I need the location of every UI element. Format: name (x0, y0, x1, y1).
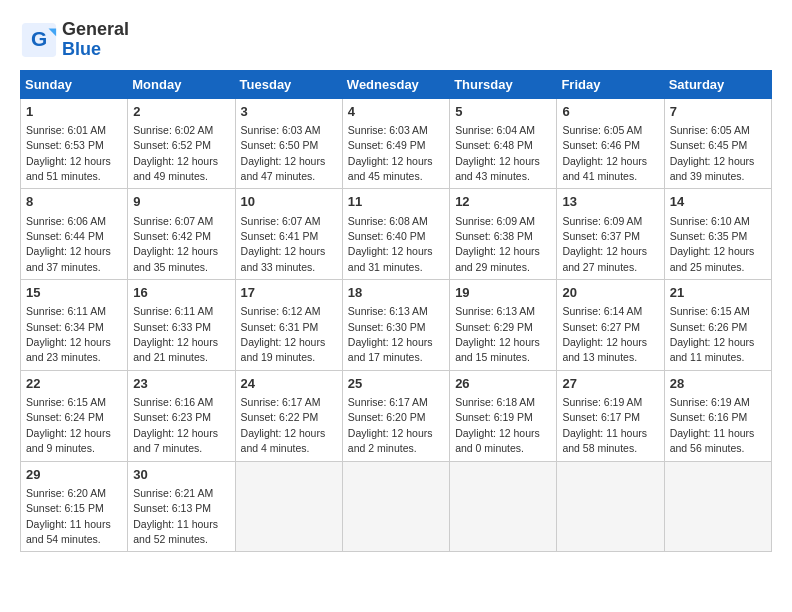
day-info: Sunrise: 6:07 AMSunset: 6:42 PMDaylight:… (133, 215, 218, 273)
calendar-day-cell: 23 Sunrise: 6:16 AMSunset: 6:23 PMDaylig… (128, 370, 235, 461)
calendar-week-row: 15 Sunrise: 6:11 AMSunset: 6:34 PMDaylig… (21, 280, 772, 371)
weekday-header-thursday: Thursday (450, 70, 557, 98)
calendar-day-cell (450, 461, 557, 552)
day-info: Sunrise: 6:06 AMSunset: 6:44 PMDaylight:… (26, 215, 111, 273)
weekday-header-sunday: Sunday (21, 70, 128, 98)
calendar-day-cell: 11 Sunrise: 6:08 AMSunset: 6:40 PMDaylig… (342, 189, 449, 280)
day-number: 16 (133, 284, 229, 302)
calendar-table: SundayMondayTuesdayWednesdayThursdayFrid… (20, 70, 772, 553)
weekday-header-tuesday: Tuesday (235, 70, 342, 98)
page-header: G General Blue (20, 20, 772, 60)
day-number: 4 (348, 103, 444, 121)
day-number: 24 (241, 375, 337, 393)
day-info: Sunrise: 6:15 AMSunset: 6:24 PMDaylight:… (26, 396, 111, 454)
day-info: Sunrise: 6:10 AMSunset: 6:35 PMDaylight:… (670, 215, 755, 273)
calendar-day-cell: 10 Sunrise: 6:07 AMSunset: 6:41 PMDaylig… (235, 189, 342, 280)
calendar-day-cell: 26 Sunrise: 6:18 AMSunset: 6:19 PMDaylig… (450, 370, 557, 461)
weekday-header-monday: Monday (128, 70, 235, 98)
day-info: Sunrise: 6:15 AMSunset: 6:26 PMDaylight:… (670, 305, 755, 363)
calendar-day-cell: 18 Sunrise: 6:13 AMSunset: 6:30 PMDaylig… (342, 280, 449, 371)
day-number: 18 (348, 284, 444, 302)
calendar-day-cell: 9 Sunrise: 6:07 AMSunset: 6:42 PMDayligh… (128, 189, 235, 280)
calendar-day-cell: 24 Sunrise: 6:17 AMSunset: 6:22 PMDaylig… (235, 370, 342, 461)
calendar-day-cell: 5 Sunrise: 6:04 AMSunset: 6:48 PMDayligh… (450, 98, 557, 189)
day-info: Sunrise: 6:03 AMSunset: 6:49 PMDaylight:… (348, 124, 433, 182)
calendar-day-cell: 4 Sunrise: 6:03 AMSunset: 6:49 PMDayligh… (342, 98, 449, 189)
day-info: Sunrise: 6:19 AMSunset: 6:17 PMDaylight:… (562, 396, 647, 454)
calendar-day-cell: 19 Sunrise: 6:13 AMSunset: 6:29 PMDaylig… (450, 280, 557, 371)
day-number: 5 (455, 103, 551, 121)
calendar-day-cell: 15 Sunrise: 6:11 AMSunset: 6:34 PMDaylig… (21, 280, 128, 371)
calendar-day-cell: 7 Sunrise: 6:05 AMSunset: 6:45 PMDayligh… (664, 98, 771, 189)
day-number: 20 (562, 284, 658, 302)
day-info: Sunrise: 6:13 AMSunset: 6:30 PMDaylight:… (348, 305, 433, 363)
day-number: 9 (133, 193, 229, 211)
calendar-day-cell (664, 461, 771, 552)
day-number: 27 (562, 375, 658, 393)
calendar-day-cell: 6 Sunrise: 6:05 AMSunset: 6:46 PMDayligh… (557, 98, 664, 189)
calendar-day-cell: 28 Sunrise: 6:19 AMSunset: 6:16 PMDaylig… (664, 370, 771, 461)
day-info: Sunrise: 6:09 AMSunset: 6:37 PMDaylight:… (562, 215, 647, 273)
day-info: Sunrise: 6:04 AMSunset: 6:48 PMDaylight:… (455, 124, 540, 182)
day-info: Sunrise: 6:03 AMSunset: 6:50 PMDaylight:… (241, 124, 326, 182)
weekday-header-friday: Friday (557, 70, 664, 98)
day-number: 1 (26, 103, 122, 121)
calendar-day-cell: 30 Sunrise: 6:21 AMSunset: 6:13 PMDaylig… (128, 461, 235, 552)
calendar-day-cell: 3 Sunrise: 6:03 AMSunset: 6:50 PMDayligh… (235, 98, 342, 189)
calendar-day-cell: 13 Sunrise: 6:09 AMSunset: 6:37 PMDaylig… (557, 189, 664, 280)
day-number: 23 (133, 375, 229, 393)
weekday-header-saturday: Saturday (664, 70, 771, 98)
day-info: Sunrise: 6:18 AMSunset: 6:19 PMDaylight:… (455, 396, 540, 454)
calendar-week-row: 29 Sunrise: 6:20 AMSunset: 6:15 PMDaylig… (21, 461, 772, 552)
day-info: Sunrise: 6:02 AMSunset: 6:52 PMDaylight:… (133, 124, 218, 182)
calendar-day-cell (235, 461, 342, 552)
day-info: Sunrise: 6:05 AMSunset: 6:46 PMDaylight:… (562, 124, 647, 182)
calendar-day-cell: 1 Sunrise: 6:01 AMSunset: 6:53 PMDayligh… (21, 98, 128, 189)
day-info: Sunrise: 6:17 AMSunset: 6:22 PMDaylight:… (241, 396, 326, 454)
calendar-day-cell: 22 Sunrise: 6:15 AMSunset: 6:24 PMDaylig… (21, 370, 128, 461)
calendar-day-cell: 14 Sunrise: 6:10 AMSunset: 6:35 PMDaylig… (664, 189, 771, 280)
day-number: 28 (670, 375, 766, 393)
day-number: 26 (455, 375, 551, 393)
day-info: Sunrise: 6:14 AMSunset: 6:27 PMDaylight:… (562, 305, 647, 363)
calendar-day-cell: 27 Sunrise: 6:19 AMSunset: 6:17 PMDaylig… (557, 370, 664, 461)
logo-blue-text: Blue (62, 39, 101, 59)
calendar-day-cell: 21 Sunrise: 6:15 AMSunset: 6:26 PMDaylig… (664, 280, 771, 371)
day-info: Sunrise: 6:11 AMSunset: 6:33 PMDaylight:… (133, 305, 218, 363)
calendar-day-cell (342, 461, 449, 552)
day-info: Sunrise: 6:17 AMSunset: 6:20 PMDaylight:… (348, 396, 433, 454)
day-info: Sunrise: 6:01 AMSunset: 6:53 PMDaylight:… (26, 124, 111, 182)
calendar-day-cell: 2 Sunrise: 6:02 AMSunset: 6:52 PMDayligh… (128, 98, 235, 189)
day-number: 12 (455, 193, 551, 211)
day-info: Sunrise: 6:08 AMSunset: 6:40 PMDaylight:… (348, 215, 433, 273)
day-number: 25 (348, 375, 444, 393)
calendar-week-row: 22 Sunrise: 6:15 AMSunset: 6:24 PMDaylig… (21, 370, 772, 461)
logo: G General Blue (20, 20, 129, 60)
day-number: 14 (670, 193, 766, 211)
day-number: 15 (26, 284, 122, 302)
day-number: 30 (133, 466, 229, 484)
calendar-day-cell: 25 Sunrise: 6:17 AMSunset: 6:20 PMDaylig… (342, 370, 449, 461)
day-number: 7 (670, 103, 766, 121)
calendar-day-cell: 16 Sunrise: 6:11 AMSunset: 6:33 PMDaylig… (128, 280, 235, 371)
day-info: Sunrise: 6:12 AMSunset: 6:31 PMDaylight:… (241, 305, 326, 363)
day-number: 8 (26, 193, 122, 211)
day-number: 3 (241, 103, 337, 121)
calendar-day-cell: 8 Sunrise: 6:06 AMSunset: 6:44 PMDayligh… (21, 189, 128, 280)
calendar-day-cell: 20 Sunrise: 6:14 AMSunset: 6:27 PMDaylig… (557, 280, 664, 371)
day-info: Sunrise: 6:07 AMSunset: 6:41 PMDaylight:… (241, 215, 326, 273)
day-info: Sunrise: 6:05 AMSunset: 6:45 PMDaylight:… (670, 124, 755, 182)
day-number: 29 (26, 466, 122, 484)
logo-general-text: General (62, 19, 129, 39)
day-number: 19 (455, 284, 551, 302)
day-info: Sunrise: 6:13 AMSunset: 6:29 PMDaylight:… (455, 305, 540, 363)
calendar-day-cell: 12 Sunrise: 6:09 AMSunset: 6:38 PMDaylig… (450, 189, 557, 280)
calendar-header-row: SundayMondayTuesdayWednesdayThursdayFrid… (21, 70, 772, 98)
day-number: 21 (670, 284, 766, 302)
calendar-week-row: 8 Sunrise: 6:06 AMSunset: 6:44 PMDayligh… (21, 189, 772, 280)
day-info: Sunrise: 6:20 AMSunset: 6:15 PMDaylight:… (26, 487, 111, 545)
day-number: 10 (241, 193, 337, 211)
day-info: Sunrise: 6:19 AMSunset: 6:16 PMDaylight:… (670, 396, 755, 454)
day-info: Sunrise: 6:16 AMSunset: 6:23 PMDaylight:… (133, 396, 218, 454)
calendar-day-cell: 29 Sunrise: 6:20 AMSunset: 6:15 PMDaylig… (21, 461, 128, 552)
